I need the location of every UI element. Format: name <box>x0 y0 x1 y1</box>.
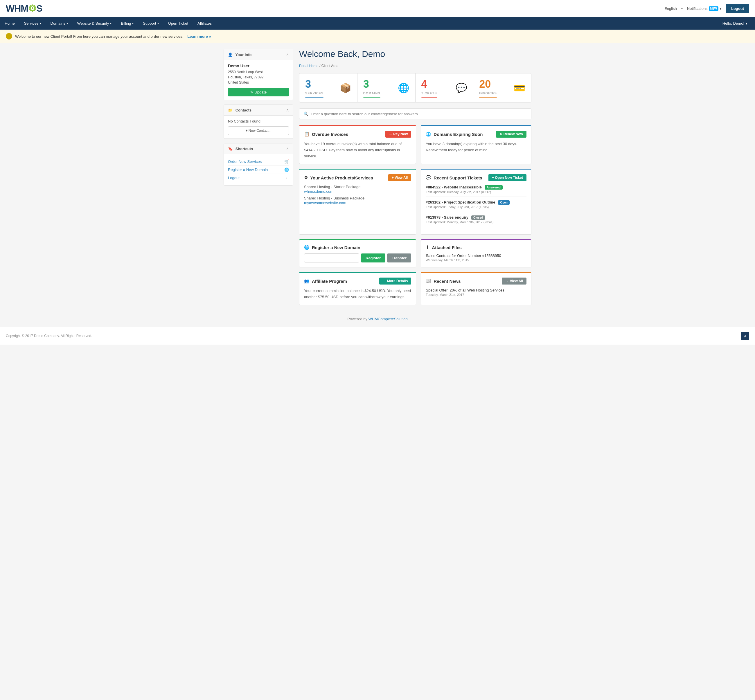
active-products-header: ⚙ Your Active Products/Services + View A… <box>304 174 411 181</box>
breadcrumb: Portal Home / Client Area <box>299 64 531 68</box>
stat-services[interactable]: 3 SERVICES 📦 <box>299 73 358 102</box>
domains-chevron-icon: ▾ <box>67 22 68 25</box>
news-item-date: Tuesday, March 21st, 2017 <box>426 293 527 297</box>
tickets-bar <box>421 97 437 98</box>
shortcut-logout-label: Logout <box>228 176 239 180</box>
user-icon: 👤 <box>228 53 233 57</box>
main-area: Welcome Back, Demo Portal Home / Client … <box>299 49 531 305</box>
language-button[interactable]: English <box>664 6 677 11</box>
nav-item-domains[interactable]: Domains ▾ <box>46 17 73 30</box>
main-content: 👤 Your Info ∧ Demo User 2550 North Loop … <box>218 43 537 311</box>
view-all-news-button[interactable]: → View All <box>502 278 527 284</box>
breadcrumb-current: Client Area <box>322 64 339 68</box>
update-button[interactable]: ✎ Update <box>228 88 289 96</box>
affiliate-header: 👥 Affiliate Program → More Details <box>304 278 411 284</box>
domains-expiring-card: 🌐 Domains Expiring Soon ↻ Renew Now You … <box>421 125 531 164</box>
scroll-top-button[interactable]: ∧ <box>741 332 749 340</box>
notifications-button[interactable]: Notifications NEW ▾ <box>687 6 722 11</box>
search-bar: 🔍 <box>299 108 531 119</box>
nav-item-home[interactable]: Home <box>0 17 19 30</box>
stat-invoices[interactable]: 20 INVOICES 💳 <box>473 73 531 102</box>
view-all-products-button[interactable]: + View All <box>388 174 411 181</box>
products-icon: ⚙ <box>304 175 308 180</box>
stat-domains[interactable]: 3 DOMAINS 🌐 <box>358 73 416 102</box>
globe-icon: 🌐 <box>284 167 289 172</box>
notif-chevron-icon: ▾ <box>719 6 722 11</box>
contacts-collapse-button[interactable]: ∧ <box>286 108 289 112</box>
contacts-card: 📁 Contacts ∧ No Contacts Found + New Con… <box>224 105 293 139</box>
domain-search-input[interactable] <box>304 253 359 262</box>
invoice-icon: 📋 <box>304 131 310 137</box>
affiliate-icon: 👥 <box>304 278 310 284</box>
logout-button[interactable]: Logout <box>726 4 749 13</box>
register-domain-title: 🌐 Register a New Domain <box>304 245 360 250</box>
ticket-date-2: Last Updated: Friday, July 2nd, 2017 (15… <box>426 205 527 209</box>
user-address: 2550 North Loop West Houston, Texas, 770… <box>228 69 289 85</box>
shortcuts-collapse-button[interactable]: ∧ <box>286 146 289 151</box>
nav-hello-button[interactable]: Hello, Demo! ▾ <box>718 17 752 30</box>
sidebar: 👤 Your Info ∧ Demo User 2550 North Loop … <box>224 49 293 305</box>
news-item-title: Special Offer: 20% of all Web Hosting Se… <box>426 288 527 292</box>
register-domain-header: 🌐 Register a New Domain <box>304 245 411 250</box>
domains-count: 3 <box>363 78 380 90</box>
tickets-count: 4 <box>421 78 437 90</box>
domain-expiry-icon: 🌐 <box>426 131 431 137</box>
nav-item-websecurity[interactable]: Website & Security ▾ <box>73 17 116 30</box>
billing-chevron-icon: ▾ <box>132 22 134 25</box>
no-contacts-text: No Contacts Found <box>228 119 289 123</box>
banner-learn-more-link[interactable]: Learn more » <box>187 34 211 39</box>
search-input[interactable] <box>311 112 527 116</box>
nav-item-support[interactable]: Support ▾ <box>138 17 164 30</box>
domains-stat-icon: 🌐 <box>398 83 410 94</box>
recent-news-card: 📰 Recent News → View All Special Offer: … <box>421 272 531 305</box>
domains-expiring-header: 🌐 Domains Expiring Soon ↻ Renew Now <box>426 131 527 138</box>
search-icon: 🔍 <box>303 111 308 116</box>
ticket-date-1: Last Updated: Tuesday, July 7th, 2017 (0… <box>426 190 527 194</box>
ticket-date-3: Last Updated: Monday, March 9th, 2017 (2… <box>426 220 527 224</box>
nav-item-affiliates[interactable]: Affiliates <box>193 17 216 30</box>
domain-input-row: Register Transfer <box>304 253 411 262</box>
recent-news-header: 📰 Recent News → View All <box>426 278 527 284</box>
breadcrumb-home-link[interactable]: Portal Home <box>299 64 319 68</box>
whmcs-link[interactable]: WHMCompleteSolution <box>369 317 408 321</box>
invoices-bar <box>479 97 497 98</box>
nav-item-services[interactable]: Services ▾ <box>19 17 46 30</box>
invoices-stat-icon: 💳 <box>514 83 525 94</box>
affiliate-text: Your current commission balance is $24.5… <box>304 288 411 300</box>
user-name: Demo User <box>228 64 289 68</box>
active-products-card: ⚙ Your Active Products/Services + View A… <box>299 169 416 234</box>
new-contact-button[interactable]: + New Contact... <box>228 126 289 135</box>
service-link-2[interactable]: myawesomewebsite.com <box>304 201 346 205</box>
invoices-label: INVOICES <box>479 91 497 95</box>
affiliate-more-details-button[interactable]: → More Details <box>379 278 411 284</box>
service-item-2: Shared Hosting - Business Package myawes… <box>304 196 411 205</box>
header-right: English ▾ Notifications NEW ▾ Logout <box>664 4 749 13</box>
lang-chevron-icon: ▾ <box>681 7 683 10</box>
services-chevron-icon: ▾ <box>40 22 41 25</box>
shortcut-order-services[interactable]: Order New Services 🛒 <box>228 158 289 166</box>
ticket-status-1: Answered <box>485 185 503 190</box>
your-info-collapse-button[interactable]: ∧ <box>286 52 289 57</box>
notifications-badge: NEW <box>709 6 718 11</box>
services-stat-icon: 📦 <box>340 83 352 94</box>
shortcut-logout[interactable]: Logout ← <box>228 174 289 182</box>
pay-now-button[interactable]: → Pay Now <box>385 131 411 138</box>
shortcut-register-domain[interactable]: Register a New Domain 🌐 <box>228 166 289 174</box>
ticket-item-2: #263102 - Project Specification Outline … <box>426 200 527 212</box>
services-bar <box>305 97 324 98</box>
nav-item-billing[interactable]: Billing ▾ <box>116 17 138 30</box>
open-new-ticket-button[interactable]: + Open New Ticket <box>488 174 527 181</box>
tickets-label: TICKETS <box>421 91 437 95</box>
shortcut-register-domain-label: Register a New Domain <box>228 167 268 172</box>
tickets-stat-icon: 💬 <box>456 83 467 94</box>
transfer-domain-button[interactable]: Transfer <box>387 253 411 262</box>
service-link-1[interactable]: whmcsdemo.com <box>304 189 333 194</box>
your-info-header: 👤 Your Info ∧ <box>224 49 293 60</box>
nav-item-openticket[interactable]: Open Ticket <box>164 17 193 30</box>
overdue-invoices-header: 📋 Overdue Invoices → Pay Now <box>304 131 411 138</box>
ticket-item-3: #613978 - Sales enquiry Closed Last Upda… <box>426 215 527 227</box>
stat-tickets[interactable]: 4 TICKETS 💬 <box>416 73 474 102</box>
renew-now-button[interactable]: ↻ Renew Now <box>496 131 527 138</box>
register-domain-button[interactable]: Register <box>361 253 385 262</box>
contacts-header: 📁 Contacts ∧ <box>224 105 293 116</box>
